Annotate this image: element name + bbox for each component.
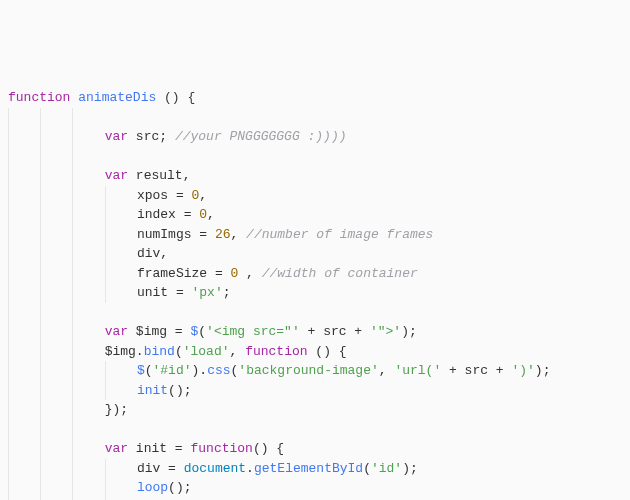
line: var result,: [8, 168, 190, 183]
punct: ();: [168, 480, 191, 495]
string: ')': [511, 363, 534, 378]
function-call: getElementById: [254, 461, 363, 476]
number: 0: [199, 207, 207, 222]
keyword-function: function: [190, 441, 252, 456]
line: var $img = $('<img src="' + src + '">');: [8, 324, 417, 339]
blank-line: [8, 422, 105, 437]
line: div,: [8, 246, 168, 261]
punct: );: [402, 461, 418, 476]
line: xpos = 0,: [8, 188, 207, 203]
comment: //your PNGGGGGGG :)))): [175, 129, 347, 144]
line: numImgs = 26, //number of image frames: [8, 227, 433, 242]
string: 'url(': [394, 363, 441, 378]
keyword-var: var: [105, 168, 128, 183]
identifier: index =: [137, 207, 199, 222]
keyword-var: var: [105, 324, 128, 339]
punct: (: [363, 461, 371, 476]
blank-line: [8, 149, 105, 164]
identifier: div,: [137, 246, 168, 261]
string: '<img src="': [206, 324, 300, 339]
code-block: function animateDis () { var src; //your…: [0, 78, 630, 500]
punct: () {: [308, 344, 347, 359]
blank-line: [8, 305, 105, 320]
string: '#id': [153, 363, 192, 378]
comment: //width of container: [262, 266, 418, 281]
document-obj: document: [184, 461, 246, 476]
punct: ,: [379, 363, 395, 378]
operator: + src +: [441, 363, 511, 378]
identifier: result,: [128, 168, 190, 183]
keyword-var: var: [105, 441, 128, 456]
punct: ,: [199, 188, 207, 203]
identifier: div =: [137, 461, 184, 476]
keyword-var: var: [105, 129, 128, 144]
function-call: loop: [137, 480, 168, 495]
keyword-function: function: [245, 344, 307, 359]
line: });: [8, 402, 128, 417]
punct: ;: [223, 285, 231, 300]
identifier: numImgs =: [137, 227, 215, 242]
operator: + src +: [300, 324, 370, 339]
line: $img.bind('load', function () {: [8, 344, 347, 359]
punct: });: [105, 402, 128, 417]
line: div = document.getElementById('id');: [8, 461, 418, 476]
identifier: src;: [128, 129, 175, 144]
function-call: bind: [144, 344, 175, 359]
blank-line: [8, 110, 105, 125]
punct: ,: [231, 227, 247, 242]
punct: ,: [207, 207, 215, 222]
string: 'px': [191, 285, 222, 300]
punct: ,: [238, 266, 261, 281]
line: frameSize = 0 , //width of container: [8, 266, 418, 281]
function-call: css: [207, 363, 230, 378]
number: 26: [215, 227, 231, 242]
punct: (: [198, 324, 206, 339]
punct: () {: [156, 90, 195, 105]
identifier: init =: [128, 441, 190, 456]
line: unit = 'px';: [8, 285, 231, 300]
punct: );: [535, 363, 551, 378]
punct: );: [401, 324, 417, 339]
punct: ();: [168, 383, 191, 398]
string: '">': [370, 324, 401, 339]
string: 'background-image': [238, 363, 378, 378]
punct: () {: [253, 441, 284, 456]
punct: (: [175, 344, 183, 359]
line: $('#id').css('background-image', 'url(' …: [8, 363, 550, 378]
identifier: $img =: [128, 324, 190, 339]
line: loop();: [8, 480, 192, 495]
identifier: frameSize =: [137, 266, 231, 281]
function-call: init: [137, 383, 168, 398]
function-call: $: [137, 363, 145, 378]
identifier: xpos =: [137, 188, 192, 203]
string: 'load': [183, 344, 230, 359]
punct: .: [246, 461, 254, 476]
comment: //number of image frames: [246, 227, 433, 242]
identifier: $img.: [105, 344, 144, 359]
line: var src; //your PNGGGGGGG :)))): [8, 129, 347, 144]
punct: ,: [230, 344, 246, 359]
line: index = 0,: [8, 207, 215, 222]
line: init();: [8, 383, 192, 398]
identifier: unit =: [137, 285, 192, 300]
line: var init = function() {: [8, 441, 284, 456]
keyword-function: function: [8, 90, 70, 105]
punct: ).: [192, 363, 208, 378]
string: 'id': [371, 461, 402, 476]
function-name: animateDis: [78, 90, 156, 105]
punct: (: [145, 363, 153, 378]
line: function animateDis () {: [8, 90, 195, 105]
